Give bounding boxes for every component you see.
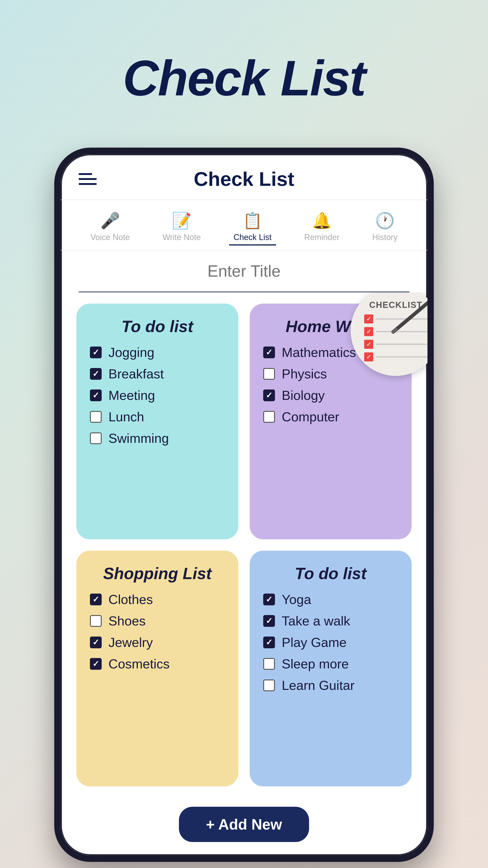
shop-item-clothes: Clothes (90, 592, 225, 607)
todo1-item-lunch: Lunch (90, 409, 225, 424)
phone-frame: Check List 🎤 Voice Note 📝 Write Note 📋 C… (54, 148, 434, 862)
hw-check-computer[interactable] (263, 411, 275, 423)
hw-check-math[interactable] (263, 346, 275, 358)
hw-item-biology: Biology (263, 388, 398, 403)
hw-label-biology: Biology (282, 388, 325, 403)
shop-label-shoes: Shoes (108, 613, 145, 628)
microphone-icon: 🎤 (100, 211, 120, 230)
hw-item-computer: Computer (263, 409, 398, 424)
shop-check-shoes[interactable] (90, 615, 102, 627)
card-shopping-title: Shopping List (90, 564, 225, 583)
hw-label-physics: Physics (282, 366, 327, 381)
nav-tabs: 🎤 Voice Note 📝 Write Note 📋 Check List 🔔… (61, 200, 427, 250)
title-input[interactable] (97, 262, 391, 280)
tab-history-label: History (372, 232, 398, 242)
sticker-line-4: ✓ (364, 352, 427, 362)
card-todo1-title: To do list (90, 317, 225, 336)
todo2-check-walk[interactable] (263, 615, 275, 627)
sticker-check-3: ✓ (364, 340, 373, 349)
todo1-label-breakfast: Breakfast (108, 366, 164, 381)
tab-history[interactable]: 🕐 History (368, 209, 402, 246)
todo1-check-breakfast[interactable] (90, 368, 102, 380)
tab-reminder[interactable]: 🔔 Reminder (300, 209, 344, 246)
todo2-item-guitar: Learn Guitar (263, 678, 398, 693)
todo2-check-guitar[interactable] (263, 680, 275, 691)
tab-check-list-label: Check List (234, 232, 271, 242)
tab-write-note[interactable]: 📝 Write Note (158, 209, 205, 246)
tab-write-note-label: Write Note (162, 232, 201, 242)
write-icon: 📝 (172, 211, 192, 230)
clock-icon: 🕐 (375, 211, 395, 230)
app-title: Check List (123, 50, 365, 107)
add-new-button[interactable]: + Add New (179, 807, 309, 842)
todo1-item-breakfast: Breakfast (90, 366, 225, 381)
todo1-check-meeting[interactable] (90, 390, 102, 401)
sticker-check-2: ✓ (364, 327, 373, 336)
todo2-label-walk: Take a walk (282, 613, 350, 628)
todo2-item-sleep: Sleep more (263, 656, 398, 671)
shop-label-cosmetics: Cosmetics (108, 656, 170, 671)
todo1-label-jogging: Jogging (108, 345, 154, 360)
shop-check-clothes[interactable] (90, 594, 102, 605)
content-area: CHECKLIST ✓ ✓ ✓ ✓ (61, 292, 427, 798)
title-input-area (78, 250, 410, 292)
sticker-dash-3 (376, 344, 427, 345)
hw-check-biology[interactable] (263, 390, 275, 401)
todo1-item-swimming: Swimming (90, 431, 225, 446)
todo1-check-jogging[interactable] (90, 346, 102, 358)
sticker-lines: ✓ ✓ ✓ ✓ (364, 314, 427, 362)
tab-check-list[interactable]: 📋 Check List (229, 209, 276, 246)
shop-item-jewelry: Jewelry (90, 635, 225, 650)
tab-reminder-label: Reminder (304, 232, 339, 242)
sticker-check-4: ✓ (364, 352, 373, 362)
hw-label-math: Mathematics (282, 345, 356, 360)
hw-check-physics[interactable] (263, 368, 275, 380)
todo2-check-yoga[interactable] (263, 594, 275, 605)
todo1-item-meeting: Meeting (90, 388, 225, 403)
todo1-label-lunch: Lunch (108, 409, 144, 424)
sticker-dash-2 (376, 331, 427, 332)
hamburger-menu-icon[interactable] (78, 173, 97, 185)
card-todo2-title: To do list (263, 564, 398, 583)
phone-header: Check List (61, 154, 427, 200)
sticker-line-3: ✓ (364, 340, 427, 349)
shop-check-jewelry[interactable] (90, 637, 102, 648)
todo1-label-meeting: Meeting (108, 388, 155, 403)
todo1-check-swimming[interactable] (90, 432, 102, 444)
shop-check-cosmetics[interactable] (90, 658, 102, 670)
sticker-check-1: ✓ (364, 314, 373, 323)
todo2-check-playgame[interactable] (263, 637, 275, 648)
todo2-item-playgame: Play Game (263, 635, 398, 650)
todo2-label-guitar: Learn Guitar (282, 678, 355, 693)
shop-item-cosmetics: Cosmetics (90, 656, 225, 671)
todo2-label-sleep: Sleep more (282, 656, 349, 671)
bell-icon: 🔔 (312, 211, 332, 230)
tab-voice-note[interactable]: 🎤 Voice Note (86, 209, 134, 246)
shop-label-jewelry: Jewelry (108, 635, 153, 650)
card-shopping: Shopping List Clothes Shoes Jewelry Cosm… (76, 551, 238, 786)
todo2-check-sleep[interactable] (263, 658, 275, 670)
card-todo2: To do list Yoga Take a walk Play Game Sl… (250, 551, 412, 786)
todo1-item-jogging: Jogging (90, 345, 225, 360)
todo2-label-yoga: Yoga (282, 592, 311, 607)
sticker-dash-4 (376, 356, 427, 358)
card-todo1: To do list Jogging Breakfast Meeting Lun… (76, 304, 238, 539)
todo1-check-lunch[interactable] (90, 411, 102, 423)
todo1-label-swimming: Swimming (108, 431, 169, 446)
todo2-item-yoga: Yoga (263, 592, 398, 607)
todo2-label-playgame: Play Game (282, 635, 347, 650)
shop-item-shoes: Shoes (90, 613, 225, 628)
hw-label-computer: Computer (282, 409, 339, 424)
todo2-item-walk: Take a walk (263, 613, 398, 628)
clipboard-icon: 📋 (242, 211, 262, 230)
tab-voice-note-label: Voice Note (90, 232, 130, 242)
phone-title: Check List (194, 167, 294, 191)
shop-label-clothes: Clothes (108, 592, 153, 607)
